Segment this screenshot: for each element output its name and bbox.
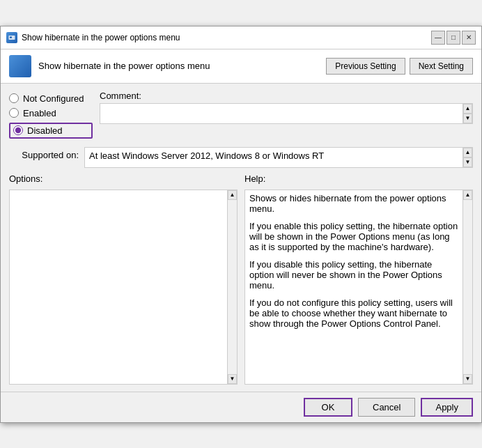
header-section: Show hibernate in the power options menu…: [1, 49, 481, 84]
options-scroll-up[interactable]: ▲: [228, 190, 237, 200]
radio-disabled-label: Disabled: [27, 125, 63, 136]
apply-button[interactable]: Apply: [421, 398, 473, 417]
comment-scrollbar[interactable]: ▲ ▼: [462, 104, 472, 123]
comment-label: Comment:: [100, 91, 473, 101]
radio-enabled[interactable]: Enabled: [9, 108, 93, 118]
help-scrollbar[interactable]: ▲ ▼: [462, 190, 472, 384]
radio-enabled-input[interactable]: [9, 108, 19, 118]
help-panel: Shows or hides hibernate from the power …: [244, 190, 473, 385]
radio-disabled[interactable]: Disabled: [9, 123, 93, 139]
options-box-content: [10, 190, 227, 384]
comment-section: Comment: ▲ ▼: [100, 91, 473, 139]
help-label: Help:: [244, 173, 265, 184]
help-paragraph-1: Shows or hides hibernate from the power …: [249, 193, 458, 214]
footer: OK Cancel Apply: [1, 392, 481, 422]
header-title: Show hibernate in the power options menu: [38, 61, 319, 71]
top-section: Not Configured Enabled Disabled Comment:…: [9, 91, 473, 139]
supported-text-after: or Windows RT: [260, 150, 324, 161]
radio-disabled-input[interactable]: [13, 125, 23, 135]
dialog-title: Show hibernate in the power options menu: [22, 33, 427, 43]
help-paragraph-2: If you enable this policy setting, the h…: [249, 221, 458, 252]
main-content: Not Configured Enabled Disabled Comment:…: [1, 84, 481, 392]
comment-box-container: ▲ ▼: [100, 103, 473, 124]
radio-not-configured-label: Not Configured: [23, 93, 84, 104]
header-buttons: Previous Setting Next Setting: [326, 58, 473, 75]
ok-button[interactable]: OK: [304, 398, 352, 417]
window-controls: — □ ✕: [431, 31, 476, 45]
help-paragraph-3: If you disable this policy setting, the …: [249, 259, 458, 291]
supported-label: Supported on:: [9, 147, 79, 160]
supported-box-container: At least Windows Server 2012, Windows 8 …: [84, 147, 473, 168]
minimize-button[interactable]: —: [431, 31, 445, 45]
radio-enabled-label: Enabled: [23, 108, 56, 118]
help-label-container: Help:: [244, 173, 473, 184]
supported-link-8: 8: [255, 150, 260, 161]
dialog-window: Show hibernate in the power options menu…: [0, 26, 482, 423]
options-label-container: Options:: [9, 173, 238, 184]
bottom-section: ▲ ▼ Shows or hides hibernate from the po…: [9, 190, 473, 385]
help-paragraph-4: If you do not configure this policy sett…: [249, 298, 458, 329]
scroll-down-arrow[interactable]: ▼: [463, 114, 472, 123]
title-bar: Show hibernate in the power options menu…: [1, 26, 481, 49]
radio-group: Not Configured Enabled Disabled: [9, 91, 93, 139]
options-label: Options:: [9, 173, 42, 184]
supported-section: Supported on: At least Windows Server 20…: [9, 144, 473, 168]
supported-text-before: At least Windows Server: [89, 150, 190, 161]
radio-not-configured[interactable]: Not Configured: [9, 93, 93, 104]
help-scroll-up[interactable]: ▲: [463, 190, 472, 200]
supported-scroll-up[interactable]: ▲: [463, 148, 472, 157]
help-scroll-down[interactable]: ▼: [463, 374, 472, 384]
supported-box-content: At least Windows Server 2012, Windows 8 …: [85, 148, 462, 167]
help-box-container: Shows or hides hibernate from the power …: [244, 190, 473, 385]
maximize-button[interactable]: □: [446, 31, 460, 45]
cancel-button[interactable]: Cancel: [358, 398, 415, 417]
options-box-container: ▲ ▼: [9, 190, 238, 385]
supported-text-middle: , Windows: [210, 150, 255, 161]
supported-scroll-down[interactable]: ▼: [463, 157, 472, 167]
radio-not-configured-input[interactable]: [9, 93, 19, 103]
supported-scrollbar[interactable]: ▲ ▼: [462, 148, 472, 167]
close-button[interactable]: ✕: [462, 31, 476, 45]
help-box-content: Shows or hides hibernate from the power …: [245, 190, 462, 384]
scroll-up-arrow[interactable]: ▲: [463, 104, 472, 114]
options-scrollbar[interactable]: ▲ ▼: [227, 190, 237, 384]
previous-setting-button[interactable]: Previous Setting: [326, 58, 405, 75]
options-panel: ▲ ▼: [9, 190, 238, 385]
options-scroll-down[interactable]: ▼: [228, 374, 237, 384]
supported-link-2012: 2012: [190, 150, 210, 161]
header-icon: [9, 55, 31, 77]
panel-labels-row: Options: Help:: [9, 173, 473, 184]
comment-box-content: [100, 104, 462, 123]
title-bar-icon: [6, 32, 17, 43]
next-setting-button[interactable]: Next Setting: [410, 58, 473, 75]
svg-rect-1: [10, 36, 12, 38]
